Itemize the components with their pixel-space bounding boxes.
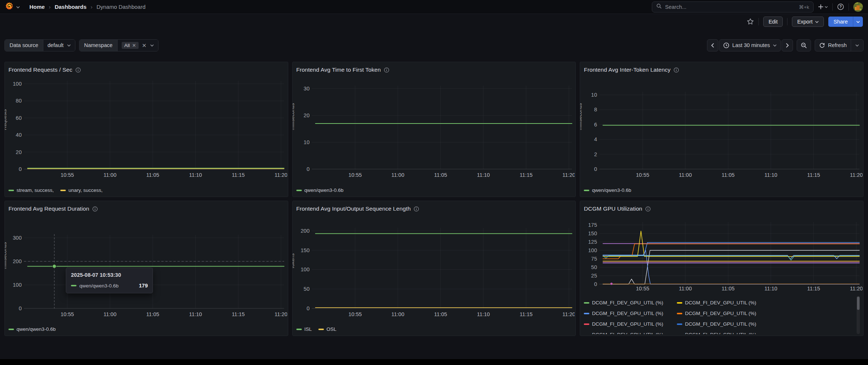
svg-text:4: 4 bbox=[594, 136, 597, 142]
chevron-down-icon bbox=[815, 20, 819, 24]
share-menu-chevron[interactable] bbox=[853, 17, 863, 27]
panel-title: Frontend Avg Time to First Token bbox=[296, 67, 381, 73]
svg-text:11:20: 11:20 bbox=[562, 172, 575, 178]
svg-text:10:55: 10:55 bbox=[348, 172, 361, 178]
svg-text:100: 100 bbox=[588, 247, 597, 253]
svg-text:125: 125 bbox=[588, 239, 597, 245]
svg-text:11:00: 11:00 bbox=[104, 172, 117, 178]
chart-area[interactable]: 302010010:5511:0011:0511:1011:1511:20 bbox=[293, 77, 575, 183]
tooltip-series-marker bbox=[71, 285, 76, 287]
svg-text:200: 200 bbox=[13, 258, 22, 264]
namespace-chip[interactable]: All ✕ bbox=[122, 42, 139, 49]
legend-item[interactable]: DCGM_FI_DEV_GPU_UTIL (%) bbox=[584, 321, 677, 327]
info-icon[interactable] bbox=[645, 206, 651, 212]
panel-grid: Frontend Requests / Sec Requests 1008060… bbox=[0, 62, 868, 336]
tooltip-series-value: 179 bbox=[139, 283, 148, 289]
clear-all-icon[interactable]: ✕ bbox=[142, 43, 147, 48]
legend: stream, success,unary, success, bbox=[8, 187, 103, 193]
share-button-group: Share bbox=[828, 17, 863, 27]
info-icon[interactable] bbox=[92, 206, 98, 212]
panel-frontend-avg-time-to-first-token: Frontend Avg Time to First Token millise… bbox=[292, 62, 576, 197]
share-button[interactable]: Share bbox=[828, 17, 853, 27]
legend-item[interactable]: DCGM_FI_DEV_GPU_UTIL (%) bbox=[677, 321, 770, 327]
legend-item[interactable]: qwen/qwen3-0.6b bbox=[296, 187, 344, 193]
user-avatar[interactable] bbox=[853, 2, 863, 12]
time-controls: Last 30 minutes bbox=[707, 39, 793, 51]
legend-item[interactable]: DCGM_FI_DEV_GPU_UTIL (%) bbox=[677, 300, 770, 305]
svg-text:300: 300 bbox=[13, 235, 22, 241]
svg-text:11:05: 11:05 bbox=[146, 172, 159, 178]
favorite-star-icon[interactable] bbox=[747, 18, 754, 25]
svg-text:11:10: 11:10 bbox=[765, 172, 778, 178]
scrollbar-thumb[interactable] bbox=[857, 297, 860, 310]
info-icon[interactable] bbox=[414, 206, 419, 212]
dashboard-toolbar: Edit Export Share bbox=[0, 14, 868, 29]
svg-text:10:55: 10:55 bbox=[61, 172, 74, 178]
legend-item[interactable]: DCGM_FI_DEV_GPU_UTIL (%) bbox=[584, 300, 677, 305]
chart-area[interactable]: 10080604020010:5511:0011:0511:1011:1511:… bbox=[6, 77, 287, 183]
svg-text:11:00: 11:00 bbox=[391, 311, 404, 317]
panel-frontend-avg-request-duration: Frontend Avg Request Duration millisecon… bbox=[4, 201, 288, 336]
grafana-logo[interactable] bbox=[5, 2, 14, 12]
legend-item[interactable]: ISL bbox=[296, 326, 312, 332]
breadcrumb-home[interactable]: Home bbox=[29, 4, 45, 10]
legend-item[interactable]: qwen/qwen3-0.6b bbox=[584, 187, 631, 193]
svg-text:11:15: 11:15 bbox=[807, 172, 820, 178]
legend-scrollbar[interactable] bbox=[857, 296, 860, 334]
divider bbox=[758, 18, 759, 25]
chart-area[interactable]: 175150125100755025010:5511:0011:0511:101… bbox=[581, 216, 862, 296]
edit-button[interactable]: Edit bbox=[763, 17, 783, 27]
time-shift-forward-button[interactable] bbox=[782, 39, 793, 51]
legend-item[interactable]: DCGM_FI_DEV_GPU_UTIL (%) bbox=[584, 332, 677, 334]
svg-text:0: 0 bbox=[307, 166, 310, 172]
refresh-interval-chevron[interactable] bbox=[851, 40, 863, 51]
time-shift-back-button[interactable] bbox=[707, 39, 718, 51]
legend-item[interactable]: DCGM_FI_DEV_GPU_UTIL (%) bbox=[677, 311, 770, 316]
zoom-out-button[interactable] bbox=[797, 39, 811, 51]
svg-text:10:55: 10:55 bbox=[348, 311, 361, 317]
panel-title: Frontend Requests / Sec bbox=[8, 67, 72, 73]
legend: qwen/qwen3-0.6b bbox=[584, 187, 631, 193]
legend-item[interactable]: DCGM_FI_DEV_GPU_UTIL (%) bbox=[584, 311, 677, 316]
svg-text:10:55: 10:55 bbox=[61, 311, 74, 317]
search-input[interactable]: Search... ⌘+k bbox=[652, 1, 814, 12]
info-icon[interactable] bbox=[384, 67, 389, 73]
add-new-button[interactable] bbox=[818, 4, 828, 10]
refresh-button-group: Refresh bbox=[815, 39, 864, 51]
namespace-select[interactable]: All ✕ ✕ bbox=[118, 40, 158, 51]
legend-item[interactable]: OSL bbox=[318, 326, 336, 332]
svg-text:11:05: 11:05 bbox=[434, 172, 447, 178]
chart-area[interactable]: 20015010050010:5511:0011:0511:1011:1511:… bbox=[293, 216, 575, 322]
svg-text:11:20: 11:20 bbox=[275, 172, 287, 178]
panel-title: Frontend Avg Inter-Token Latency bbox=[584, 67, 671, 73]
panel-title: Frontend Avg Input/Output Sequence Lengt… bbox=[296, 205, 411, 212]
legend-item[interactable]: unary, success, bbox=[60, 187, 103, 193]
datasource-variable: Data source default bbox=[4, 39, 75, 51]
svg-text:100: 100 bbox=[13, 81, 22, 87]
refresh-button[interactable]: Refresh bbox=[815, 40, 851, 51]
svg-text:11:00: 11:00 bbox=[391, 172, 404, 178]
breadcrumb-dashboards[interactable]: Dashboards bbox=[55, 4, 87, 10]
svg-text:11:20: 11:20 bbox=[275, 311, 287, 317]
svg-text:40: 40 bbox=[16, 132, 22, 138]
svg-text:150: 150 bbox=[588, 230, 597, 236]
svg-text:11:10: 11:10 bbox=[477, 311, 490, 317]
chart-area[interactable]: 108642010:5511:0011:0511:1011:1511:20 bbox=[581, 77, 862, 183]
legend: ISLOSL bbox=[296, 326, 336, 332]
info-icon[interactable] bbox=[674, 67, 679, 73]
org-switcher-chevron-icon[interactable] bbox=[16, 5, 20, 9]
breadcrumb: Home › Dashboards › Dynamo Dashboard bbox=[29, 4, 146, 10]
divider bbox=[849, 3, 849, 11]
legend-item[interactable]: DCGM_FI_DEV_GPU_UTIL (%) bbox=[677, 332, 770, 334]
time-range-picker[interactable]: Last 30 minutes bbox=[719, 39, 781, 51]
help-icon[interactable]: ? bbox=[837, 3, 844, 10]
svg-text:10:55: 10:55 bbox=[636, 286, 649, 291]
svg-text:0: 0 bbox=[594, 281, 597, 287]
legend-item[interactable]: stream, success, bbox=[8, 187, 54, 193]
export-button[interactable]: Export bbox=[792, 17, 824, 27]
remove-chip-icon[interactable]: ✕ bbox=[132, 43, 136, 48]
breadcrumb-separator: › bbox=[49, 4, 51, 10]
datasource-select[interactable]: default bbox=[43, 40, 75, 51]
info-icon[interactable] bbox=[75, 67, 81, 73]
legend-item[interactable]: qwen/qwen3-0.6b bbox=[8, 326, 56, 332]
